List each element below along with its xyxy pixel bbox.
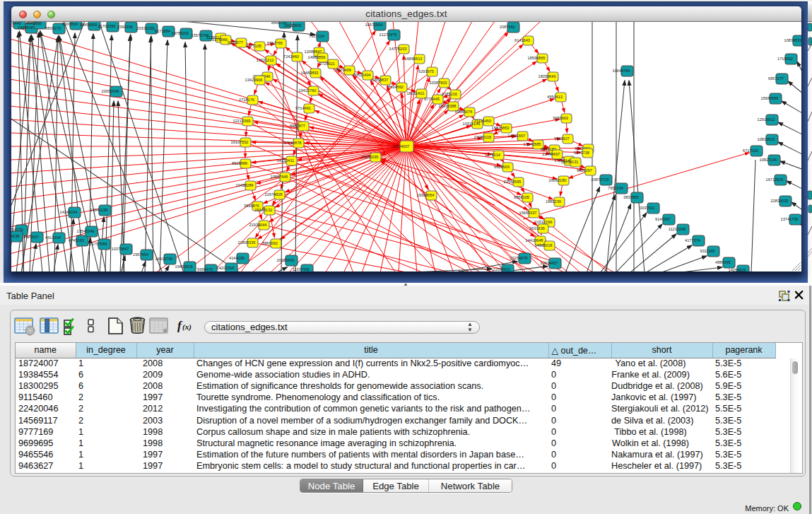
- svg-text:13420906: 13420906: [245, 78, 263, 82]
- svg-text:4144095: 4144095: [229, 256, 245, 260]
- svg-text:22553595: 22553595: [504, 180, 522, 184]
- svg-text:16713925: 16713925: [766, 177, 784, 182]
- svg-text:21272475: 21272475: [379, 33, 397, 37]
- svg-text:4643890: 4643890: [26, 22, 42, 25]
- svg-text:22254078: 22254078: [510, 256, 528, 260]
- svg-text:6185216: 6185216: [442, 92, 457, 96]
- svg-text:22593651: 22593651: [493, 267, 511, 271]
- svg-text:22806335: 22806335: [238, 240, 256, 245]
- svg-text:2577105: 2577105: [246, 44, 261, 48]
- svg-text:9311165: 9311165: [700, 249, 715, 253]
- svg-text:2499828: 2499828: [18, 25, 33, 30]
- svg-text:6628503: 6628503: [494, 165, 510, 169]
- svg-text:4889045: 4889045: [715, 260, 731, 264]
- svg-text:3833883: 3833883: [623, 195, 639, 199]
- svg-text:4177374: 4177374: [685, 238, 700, 243]
- svg-text:21512166: 21512166: [535, 220, 553, 224]
- svg-text:9146997: 9146997: [655, 217, 671, 221]
- svg-text:19384554: 19384554: [417, 193, 435, 197]
- svg-text:8869062: 8869062: [262, 241, 278, 245]
- svg-text:18596865: 18596865: [528, 56, 546, 60]
- svg-text:12916912: 12916912: [758, 117, 775, 122]
- svg-text:19492829: 19492829: [175, 264, 193, 269]
- svg-text:14410648: 14410648: [526, 238, 543, 243]
- svg-text:2957954: 2957954: [133, 252, 148, 257]
- svg-text:16572954: 16572954: [365, 23, 383, 27]
- svg-text:14305018: 14305018: [535, 243, 553, 247]
- svg-text:20053346: 20053346: [102, 89, 119, 93]
- svg-text:16915740: 16915740: [155, 257, 173, 261]
- svg-text:8634562: 8634562: [388, 85, 404, 89]
- svg-text:9463627: 9463627: [554, 136, 570, 141]
- svg-text:6857277: 6857277: [768, 76, 784, 81]
- svg-text:19422760: 19422760: [299, 88, 317, 93]
- svg-text:9775445: 9775445: [424, 97, 440, 101]
- svg-text:21115450: 21115450: [474, 119, 491, 123]
- svg-text:20023409: 20023409: [277, 258, 295, 262]
- svg-text:7242460: 7242460: [283, 54, 299, 59]
- svg-text:16107552: 16107552: [231, 140, 249, 144]
- svg-text:16648784: 16648784: [613, 69, 630, 73]
- svg-text:7357224: 7357224: [309, 34, 324, 38]
- svg-text:10827246: 10827246: [760, 158, 777, 162]
- svg-text:6293975: 6293975: [418, 69, 434, 74]
- svg-text:4745263: 4745263: [69, 238, 84, 243]
- svg-text:19585076: 19585076: [455, 110, 473, 114]
- svg-text:13741736: 13741736: [781, 217, 799, 221]
- svg-text:21757684: 21757684: [90, 242, 107, 246]
- svg-text:22974828: 22974828: [265, 192, 283, 197]
- svg-text:15875853: 15875853: [492, 126, 510, 130]
- svg-text:16896513: 16896513: [405, 57, 423, 61]
- svg-text:18251421: 18251421: [407, 91, 425, 95]
- svg-text:14901657: 14901657: [508, 134, 526, 138]
- svg-text:10823815: 10823815: [758, 137, 775, 141]
- svg-text:11210248: 11210248: [669, 227, 686, 231]
- svg-text:18300295: 18300295: [361, 155, 379, 159]
- svg-text:21494697: 21494697: [543, 152, 560, 156]
- svg-text:5179214: 5179214: [485, 153, 500, 157]
- svg-text:2718176: 2718176: [239, 98, 254, 102]
- svg-text:22830030: 22830030: [771, 199, 789, 203]
- svg-text:20332259: 20332259: [137, 26, 155, 30]
- svg-text:17010878: 17010878: [284, 141, 302, 145]
- svg-text:6982877: 6982877: [290, 124, 305, 128]
- svg-text:3376966: 3376966: [212, 37, 228, 42]
- svg-text:4550413: 4550413: [547, 95, 563, 99]
- svg-text:9714491: 9714491: [295, 106, 311, 110]
- svg-text:18059643: 18059643: [539, 74, 556, 78]
- svg-text:2390399: 2390399: [117, 25, 133, 29]
- svg-text:13545349: 13545349: [77, 229, 95, 233]
- svg-text:3631636: 3631636: [529, 226, 545, 230]
- svg-text:9936057: 9936057: [577, 168, 592, 173]
- svg-text:13041238: 13041238: [90, 208, 108, 212]
- svg-text:14248244: 14248244: [60, 210, 78, 214]
- svg-text:20336388: 20336388: [439, 104, 457, 108]
- svg-text:6717026: 6717026: [743, 148, 758, 153]
- svg-text:21700396: 21700396: [98, 24, 116, 28]
- svg-text:14960856: 14960856: [308, 55, 326, 59]
- svg-text:6957765: 6957765: [267, 41, 283, 45]
- svg-text:12058837: 12058837: [371, 78, 389, 82]
- svg-text:12794238: 12794238: [11, 234, 19, 238]
- svg-text:4612034: 4612034: [45, 235, 61, 240]
- svg-text:19254131: 19254131: [561, 160, 579, 164]
- svg-text:1718062: 1718062: [777, 57, 793, 61]
- svg-text:3720921: 3720921: [319, 62, 335, 66]
- svg-text:1885239: 1885239: [546, 199, 561, 204]
- svg-text:10557945: 10557945: [271, 175, 288, 179]
- svg-text:18724007: 18724007: [392, 144, 410, 148]
- svg-text:5688470: 5688470: [197, 267, 213, 271]
- svg-text:13634457: 13634457: [541, 261, 558, 265]
- svg-text:13646585: 13646585: [524, 142, 541, 146]
- svg-text:3037611: 3037611: [640, 206, 654, 210]
- svg-text:14775203: 14775203: [389, 47, 407, 51]
- svg-text:21939044: 21939044: [249, 223, 267, 227]
- svg-text:20531404: 20531404: [353, 73, 371, 77]
- svg-text:14254919: 14254919: [729, 268, 746, 271]
- svg-text:21080115: 21080115: [474, 135, 491, 139]
- svg-text:8171884: 8171884: [155, 29, 170, 33]
- svg-text:20872723: 20872723: [592, 177, 609, 182]
- svg-text:15680586: 15680586: [761, 96, 779, 100]
- svg-text:20063180: 20063180: [549, 178, 567, 182]
- svg-text:20188132: 20188132: [255, 208, 273, 212]
